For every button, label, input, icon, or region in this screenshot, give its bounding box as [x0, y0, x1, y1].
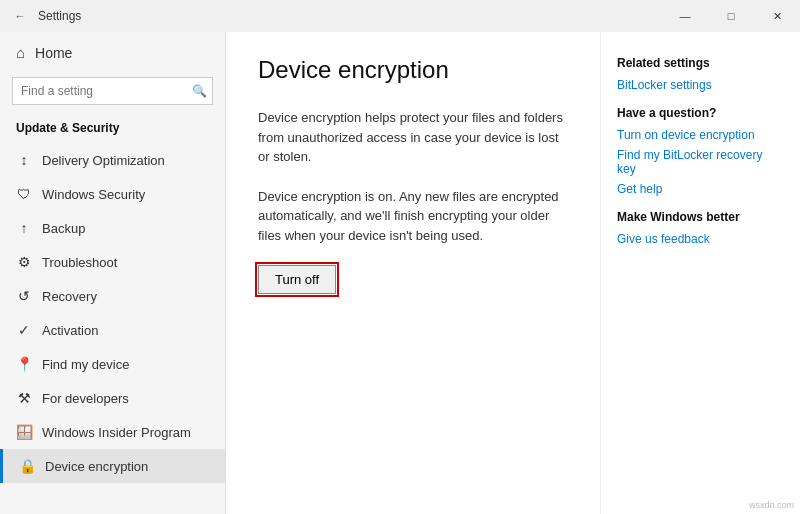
sidebar-item-windows-security[interactable]: 🛡 Windows Security — [0, 177, 225, 211]
encryption-icon: 🔒 — [19, 458, 35, 474]
related-settings-title: Related settings — [617, 56, 784, 70]
sidebar: ⌂ Home 🔍 Update & Security ↕ Delivery Op… — [0, 32, 226, 514]
sidebar-item-label: Delivery Optimization — [42, 153, 165, 168]
maximize-button[interactable]: □ — [708, 0, 754, 32]
title-bar-left: ← Settings — [10, 6, 81, 26]
sidebar-item-label: Activation — [42, 323, 98, 338]
sidebar-item-for-developers[interactable]: ⚒ For developers — [0, 381, 225, 415]
search-input[interactable] — [12, 77, 213, 105]
find-device-icon: 📍 — [16, 356, 32, 372]
sidebar-section-title: Update & Security — [0, 115, 225, 143]
title-bar-title: Settings — [38, 9, 81, 23]
insider-icon: 🪟 — [16, 424, 32, 440]
have-a-question-title: Have a question? — [617, 106, 784, 120]
make-windows-better-title: Make Windows better — [617, 210, 784, 224]
watermark: wsxdn.com — [749, 500, 794, 510]
sidebar-item-windows-insider[interactable]: 🪟 Windows Insider Program — [0, 415, 225, 449]
sidebar-item-label: For developers — [42, 391, 129, 406]
bitlocker-settings-link[interactable]: BitLocker settings — [617, 78, 784, 92]
content-status: Device encryption is on. Any new files a… — [258, 187, 568, 246]
sidebar-item-label: Troubleshoot — [42, 255, 117, 270]
sidebar-item-label: Device encryption — [45, 459, 148, 474]
sidebar-item-label: Backup — [42, 221, 85, 236]
sidebar-home-label: Home — [35, 45, 72, 61]
turn-on-encryption-link[interactable]: Turn on device encryption — [617, 128, 784, 142]
page-title: Device encryption — [258, 56, 568, 84]
minimize-button[interactable]: — — [662, 0, 708, 32]
title-bar: ← Settings — □ ✕ — [0, 0, 800, 32]
main-area: ⌂ Home 🔍 Update & Security ↕ Delivery Op… — [0, 32, 800, 514]
sidebar-item-find-my-device[interactable]: 📍 Find my device — [0, 347, 225, 381]
get-help-link[interactable]: Get help — [617, 182, 784, 196]
sidebar-item-device-encryption[interactable]: 🔒 Device encryption — [0, 449, 225, 483]
sidebar-item-activation[interactable]: ✓ Activation — [0, 313, 225, 347]
give-feedback-link[interactable]: Give us feedback — [617, 232, 784, 246]
find-recovery-key-link[interactable]: Find my BitLocker recovery key — [617, 148, 784, 176]
sidebar-home-button[interactable]: ⌂ Home — [0, 32, 225, 73]
delivery-icon: ↕ — [16, 152, 32, 168]
developers-icon: ⚒ — [16, 390, 32, 406]
right-panel: Related settings BitLocker settings Have… — [600, 32, 800, 514]
content-area: Device encryption Device encryption help… — [226, 32, 800, 514]
content-main: Device encryption Device encryption help… — [226, 32, 600, 514]
content-description: Device encryption helps protect your fil… — [258, 108, 568, 167]
sidebar-item-label: Recovery — [42, 289, 97, 304]
troubleshoot-icon: ⚙ — [16, 254, 32, 270]
sidebar-item-label: Windows Insider Program — [42, 425, 191, 440]
shield-icon: 🛡 — [16, 186, 32, 202]
sidebar-item-label: Windows Security — [42, 187, 145, 202]
turn-off-button[interactable]: Turn off — [258, 265, 336, 294]
close-button[interactable]: ✕ — [754, 0, 800, 32]
back-button[interactable]: ← — [10, 6, 30, 26]
backup-icon: ↑ — [16, 220, 32, 236]
search-icon: 🔍 — [192, 84, 207, 98]
sidebar-item-recovery[interactable]: ↺ Recovery — [0, 279, 225, 313]
sidebar-item-backup[interactable]: ↑ Backup — [0, 211, 225, 245]
recovery-icon: ↺ — [16, 288, 32, 304]
activation-icon: ✓ — [16, 322, 32, 338]
sidebar-item-label: Find my device — [42, 357, 129, 372]
sidebar-search-container: 🔍 — [12, 77, 213, 105]
sidebar-item-troubleshoot[interactable]: ⚙ Troubleshoot — [0, 245, 225, 279]
title-bar-controls: — □ ✕ — [662, 0, 800, 32]
home-icon: ⌂ — [16, 44, 25, 61]
sidebar-item-delivery-optimization[interactable]: ↕ Delivery Optimization — [0, 143, 225, 177]
